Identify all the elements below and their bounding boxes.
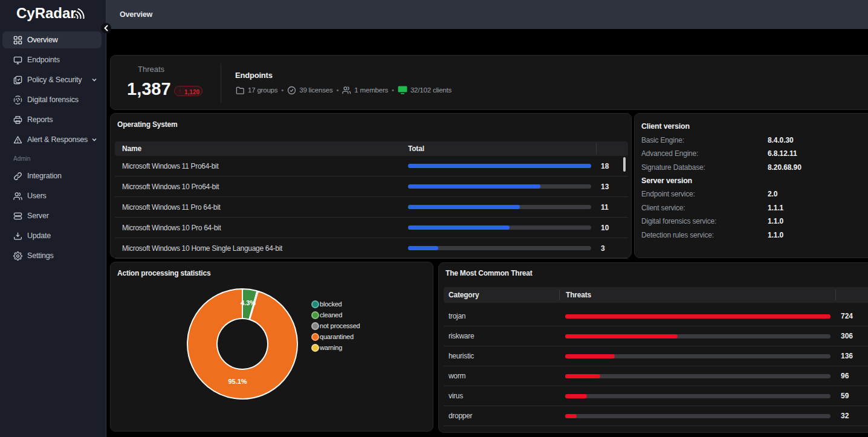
svg-text:4.3%: 4.3% <box>241 299 256 306</box>
svg-text:95.1%: 95.1% <box>228 378 247 385</box>
